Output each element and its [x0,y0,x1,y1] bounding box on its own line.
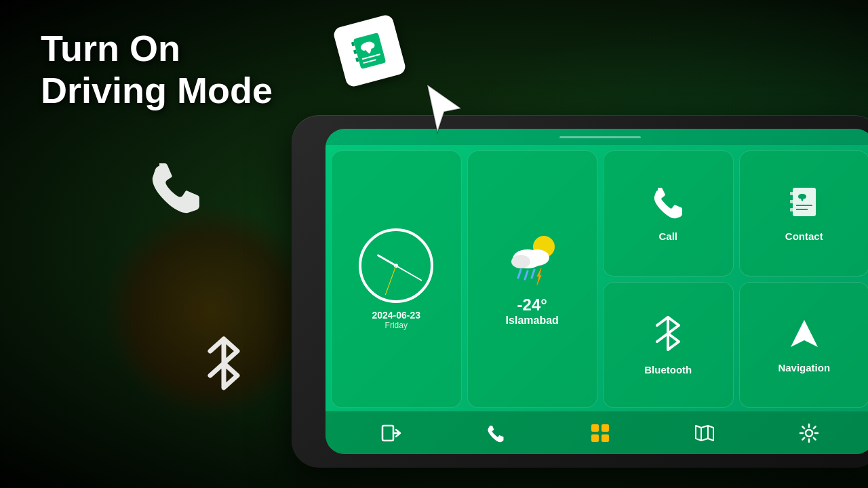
svg-marker-23 [791,320,818,347]
left-phone-icon [146,156,207,230]
nav-phone-button[interactable] [479,416,513,450]
navigation-icon [787,317,821,358]
clock-face [359,228,433,303]
contact-cell[interactable]: Contact [739,150,869,277]
weather-city: Islamabad [506,314,559,327]
headline-line1: Turn On [41,27,273,69]
contact-icon [787,185,821,226]
bluetooth-cell[interactable]: Bluetooth [603,282,734,408]
svg-rect-28 [601,434,609,442]
status-bar [326,129,868,145]
clock-cell[interactable]: 2024-06-23 Friday [331,150,462,408]
svg-rect-15 [793,188,816,216]
call-label: Call [658,230,677,242]
headline: Turn On Driving Mode [41,27,273,111]
svg-line-11 [518,270,521,278]
clock-hour-hand [377,254,397,267]
clock-minute-hand [396,265,422,281]
cursor-arrow [420,81,468,136]
svg-rect-17 [790,200,793,203]
bluetooth-label: Bluetooth [644,364,692,375]
svg-marker-29 [696,426,713,441]
svg-rect-16 [790,192,793,195]
bottom-nav [326,411,868,454]
navigation-label: Navigation [778,362,830,373]
call-cell[interactable]: Call [603,150,734,277]
svg-line-21 [657,317,668,325]
call-icon [651,185,685,226]
weather-cell[interactable]: -24° Islamabad [467,150,598,408]
svg-line-13 [532,270,534,278]
phone-frame: 2024-06-23 Friday [292,115,868,468]
contact-label: Contact [785,230,823,242]
main-grid: 2024-06-23 Friday [326,145,868,411]
phone-screen: 2024-06-23 Friday [326,129,868,454]
left-bluetooth-icon [200,332,248,404]
svg-rect-18 [790,208,793,211]
clock-date: 2024-06-23 [372,310,420,321]
home-button[interactable] [583,416,617,450]
weather-icon [502,232,563,293]
svg-rect-26 [601,424,609,432]
svg-line-22 [657,333,668,342]
svg-rect-24 [382,426,393,441]
svg-rect-27 [591,434,599,442]
svg-point-32 [806,430,812,436]
svg-marker-6 [427,85,461,132]
clock-second-hand [385,266,397,296]
status-bar-notch [559,136,641,138]
headline-line2: Driving Mode [41,69,273,111]
svg-rect-25 [591,424,599,432]
svg-marker-14 [537,268,541,285]
clock-day: Friday [385,321,408,330]
svg-point-10 [511,255,530,268]
bluetooth-icon [653,314,683,360]
settings-button[interactable] [792,416,826,450]
map-button[interactable] [688,416,722,450]
phone-device: 2024-06-23 Friday [292,115,868,468]
navigation-cell[interactable]: Navigation [739,282,869,408]
exit-button[interactable] [374,416,408,450]
svg-line-12 [525,271,528,279]
weather-temperature: -24° [517,296,547,314]
